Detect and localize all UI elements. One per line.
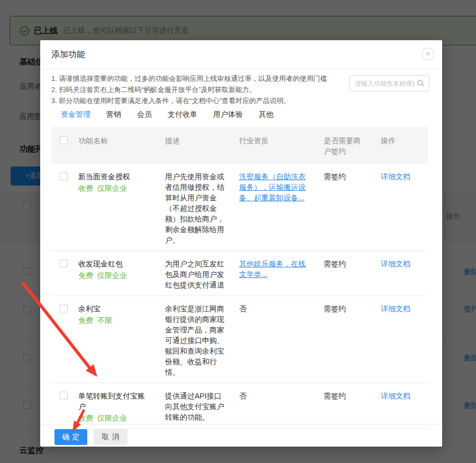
cell-industry: 否 xyxy=(233,303,317,377)
feature-tags: 收费仅限企业 xyxy=(78,183,147,193)
feature-tag: 免费 xyxy=(78,271,93,280)
cell-industry: 其他娱乐服务，在线文学类... xyxy=(233,258,317,290)
tab-用户体验[interactable]: 用户体验 xyxy=(213,110,243,119)
tab-支付收单[interactable]: 支付收单 xyxy=(168,110,197,119)
feature-tag: 不限 xyxy=(97,316,112,325)
column-header-action: 操作 xyxy=(370,135,428,156)
cell-checkbox xyxy=(51,303,74,377)
tab-营销[interactable]: 营销 xyxy=(106,110,121,119)
row-checkbox[interactable] xyxy=(60,172,68,180)
feature-table-row: 余利宝免费不限余利宝是浙江网商银行提供的商家现金管理产品，商家可通过接口申购、赎… xyxy=(51,296,428,383)
cell-sign-required: 需签约 xyxy=(317,258,370,290)
cell-checkbox xyxy=(51,391,74,423)
modal-note-line: 1. 请谨慎选择需要的功能，过多的功能会影响应用上线审核通过率，以及使用者的使用… xyxy=(51,73,327,84)
cell-feature-name: 收发现金红包免费仅限企业 xyxy=(74,258,159,290)
feature-tags: 免费不限 xyxy=(78,315,147,326)
modal-footer-divider xyxy=(40,424,442,424)
search-box xyxy=(349,75,429,91)
cell-action: 详细文档 xyxy=(370,171,428,245)
cell-description: 提供通过API接口向其他支付宝账户转账的功能。 xyxy=(159,391,233,423)
cell-sign-required: 需签约 xyxy=(317,303,370,377)
column-header-desc: 描述 xyxy=(159,135,233,156)
industry-text: 否 xyxy=(239,392,246,400)
industry-link[interactable]: 洗熨服务（自助洗衣服务），运输搬运设备、起重装卸设备... xyxy=(239,172,306,202)
detail-doc-link[interactable]: 详细文档 xyxy=(381,392,410,400)
row-checkbox[interactable] xyxy=(60,392,68,400)
magnifier-icon xyxy=(417,79,425,87)
feature-table-row: 单笔转账到支付宝账户收费仅限企业提供通过API接口向其他支付宝账户转账的功能。否… xyxy=(51,383,428,429)
cell-checkbox xyxy=(51,258,74,290)
row-checkbox[interactable] xyxy=(60,260,68,267)
table-header-row: 功能名称 描述 行业资质 是否需要商户签约 操作 xyxy=(51,127,428,164)
column-header-sign: 是否需要商户签约 xyxy=(317,135,370,156)
modal-note-line: 3. 部分功能在使用时需要满足准入条件，请在“文档中心”查看对应的产品说明。 xyxy=(51,95,327,106)
cell-description: 余利宝是浙江网商银行提供的商家现金管理产品，商家可通过接口申购、赎回和查询余利宝… xyxy=(159,303,233,377)
row-checkbox[interactable] xyxy=(60,304,68,312)
cell-checkbox xyxy=(51,171,74,245)
cell-industry: 洗熨服务（自助洗衣服务），运输搬运设备、起重装卸设备... xyxy=(233,171,317,245)
detail-doc-link[interactable]: 详细文档 xyxy=(381,172,410,181)
feature-tag: 收费 xyxy=(78,184,93,192)
cell-feature-name: 余利宝免费不限 xyxy=(74,303,159,377)
category-tabs: 资金管理营销会员支付收单用户体验其他 xyxy=(61,110,273,119)
feature-name: 单笔转账到支付宝账户 xyxy=(78,391,147,412)
feature-tag: 仅限企业 xyxy=(97,271,127,280)
close-icon[interactable]: ✕ xyxy=(422,48,434,60)
modal-title: 添加功能 xyxy=(51,49,85,60)
tab-资金管理[interactable]: 资金管理 xyxy=(61,110,90,119)
column-header-industry: 行业资质 xyxy=(233,135,317,156)
cell-action: 详细文档 xyxy=(370,258,428,290)
modal-note-line: 2. 扫码关注首页右上角二维码“蚂蚁金服开放平台”及时获取新能力。 xyxy=(51,84,327,95)
feature-tags: 免费仅限企业 xyxy=(78,270,147,281)
cell-description: 用户先使用资金或者信用做授权，结算时从用户资金（不超过授权金额）扣款给商户，剩余… xyxy=(159,171,233,245)
feature-name: 收发现金红包 xyxy=(78,258,147,269)
feature-name: 余利宝 xyxy=(78,303,147,314)
feature-tags: 收费仅限企业 xyxy=(78,413,147,423)
cell-feature-name: 单笔转账到支付宝账户收费仅限企业 xyxy=(74,391,159,423)
cell-industry: 否 xyxy=(233,391,317,423)
cell-action: 详细文档 xyxy=(370,391,428,423)
industry-text: 否 xyxy=(239,304,246,313)
detail-doc-link[interactable]: 详细文档 xyxy=(381,260,410,268)
modal-header-divider xyxy=(40,69,442,69)
feature-tag: 仅限企业 xyxy=(97,184,127,192)
cell-description: 为用户之间互发红包及商户给用户发红包提供支付通道 xyxy=(159,258,233,290)
column-header-name: 功能名称 xyxy=(74,135,159,156)
feature-table: 功能名称 描述 行业资质 是否需要商户签约 操作 新当面资金授权收费仅限企业用户… xyxy=(51,127,428,429)
industry-link[interactable]: 其他娱乐服务，在线文学类... xyxy=(239,260,306,279)
cell-sign-required: 需签约 xyxy=(317,171,370,245)
cell-sign-required: 需签约 xyxy=(317,391,370,423)
select-all-checkbox[interactable] xyxy=(60,136,68,144)
cell-feature-name: 新当面资金授权收费仅限企业 xyxy=(74,171,159,245)
cell-action: 详细文档 xyxy=(370,303,428,377)
add-feature-modal: 添加功能 ✕ 1. 请谨慎选择需要的功能，过多的功能会影响应用上线审核通过率，以… xyxy=(40,40,442,447)
cancel-button[interactable]: 取消 xyxy=(94,429,127,445)
feature-table-row: 收发现金红包免费仅限企业为用户之间互发红包及商户给用户发红包提供支付通道其他娱乐… xyxy=(51,251,428,296)
feature-name: 新当面资金授权 xyxy=(78,171,147,182)
feature-tag: 免费 xyxy=(78,316,93,325)
tab-其他[interactable]: 其他 xyxy=(259,110,273,119)
feature-table-row: 新当面资金授权收费仅限企业用户先使用资金或者信用做授权，结算时从用户资金（不超过… xyxy=(51,164,428,251)
detail-doc-link[interactable]: 详细文档 xyxy=(381,304,410,313)
feature-tag: 收费 xyxy=(78,414,93,422)
modal-notes: 1. 请谨慎选择需要的功能，过多的功能会影响应用上线审核通过率，以及使用者的使用… xyxy=(51,73,327,106)
feature-tag: 仅限企业 xyxy=(97,414,127,422)
tab-会员[interactable]: 会员 xyxy=(137,110,152,119)
app-window: 已上线 已上线，您可以根据以下引导进行开发 基础信息 应用名称 应用图标 功能列… xyxy=(0,0,476,463)
confirm-button[interactable]: 确定 xyxy=(54,429,87,445)
